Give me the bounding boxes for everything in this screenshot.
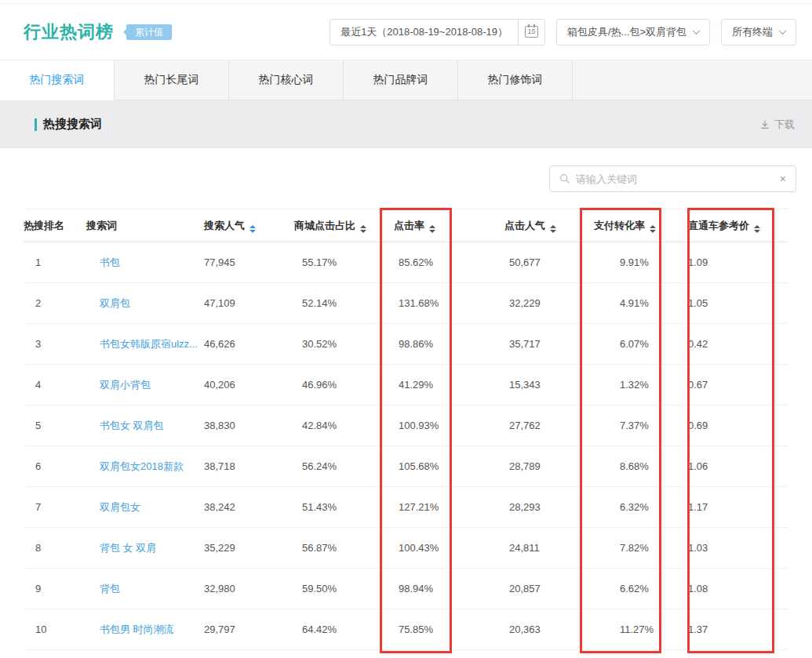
chevron-down-icon <box>779 27 787 35</box>
mall-click-ratio-cell: 64.42% <box>294 609 394 650</box>
tab-2[interactable]: 热门长尾词 <box>115 60 229 100</box>
mall-click-ratio-cell: 30.52% <box>294 324 394 365</box>
tab-label: 热门修饰词 <box>488 73 543 87</box>
sort-arrows-icon[interactable] <box>754 225 760 233</box>
mall-click-ratio-cell: 51.43% <box>294 487 394 528</box>
clear-search-icon[interactable]: × <box>780 173 786 184</box>
column-header-label: 热搜排名 <box>24 220 64 231</box>
search-popularity-cell: 47,109 <box>204 283 294 324</box>
tab-1[interactable]: 热门搜索词 <box>0 60 115 100</box>
chevron-down-icon <box>693 27 701 35</box>
click-rate-cell: 98.86% <box>394 324 504 365</box>
table-row: 10书包男 时尚潮流29,79764.42%75.85%20,36311.27%… <box>24 609 788 650</box>
table-row: 2双肩包47,10952.14%131.68%32,2294.91%1.05 <box>24 283 788 324</box>
column-header-4[interactable]: 商城点击占比 <box>294 209 394 242</box>
keyword-link[interactable]: 双肩小背包 <box>100 379 151 391</box>
keyword-cell: 书包男 时尚潮流 <box>86 609 204 650</box>
click-rate-cell: 98.94% <box>394 569 504 609</box>
column-header-7[interactable]: 支付转化率 <box>594 209 688 242</box>
category-dropdown[interactable]: 箱包皮具/热...包>双肩背包 <box>556 19 710 45</box>
column-header-label: 搜索人气 <box>204 220 245 231</box>
pay-conversion-cell: 7.82% <box>594 528 688 569</box>
date-range-label[interactable]: 最近1天（2018-08-19~2018-08-19） <box>330 20 519 45</box>
column-header-label: 商城点击占比 <box>294 220 355 231</box>
keyword-cell: 书包 <box>86 242 204 283</box>
terminal-dropdown[interactable]: 所有终端 <box>721 19 796 45</box>
keyword-link[interactable]: 书包女 双肩包 <box>100 420 164 431</box>
sort-arrows-icon[interactable] <box>249 225 256 233</box>
tab-label: 热门核心词 <box>259 73 314 87</box>
rank-cell: 8 <box>24 528 86 569</box>
table-row: 8背包 女 双肩35,22956.87%100.43%24,8117.82%1.… <box>24 528 788 569</box>
keyword-link[interactable]: 书包 <box>100 256 120 268</box>
mall-click-ratio-cell: 52.14% <box>294 283 394 324</box>
sort-arrows-icon[interactable] <box>429 225 435 233</box>
tab-label: 热门品牌词 <box>373 73 428 87</box>
keyword-link[interactable]: 书包女韩版原宿ulzz... <box>100 338 198 350</box>
rank-cell: 9 <box>24 569 86 609</box>
pay-conversion-cell: 6.62% <box>594 569 688 609</box>
column-header-2: 搜索词 <box>86 209 204 242</box>
table-row: 9背包32,98059.50%98.94%20,8576.62%1.08 <box>24 569 788 609</box>
click-rate-cell: 105.68% <box>394 446 504 487</box>
keyword-link[interactable]: 双肩包 <box>100 297 130 309</box>
rank-cell: 1 <box>24 242 86 283</box>
column-header-5[interactable]: 点击率 <box>394 209 504 242</box>
calendar-button[interactable]: 15 <box>519 20 544 45</box>
click-rate-cell: 75.85% <box>394 609 504 650</box>
search-input[interactable] <box>576 173 774 185</box>
click-popularity-cell: 28,293 <box>504 487 594 528</box>
section-strip: 热搜搜索词 下载 <box>0 100 812 148</box>
column-header-6[interactable]: 点击人气 <box>504 209 594 242</box>
search-popularity-cell: 32,980 <box>204 569 294 609</box>
column-header-label: 直通车参考价 <box>688 220 749 231</box>
click-popularity-cell: 20,363 <box>504 609 594 650</box>
tab-5[interactable]: 热门修饰词 <box>458 60 573 100</box>
ztc-ref-price-cell: 1.05 <box>688 283 788 324</box>
date-range-picker[interactable]: 最近1天（2018-08-19~2018-08-19） 15 <box>330 19 545 45</box>
click-popularity-cell: 20,857 <box>504 569 594 609</box>
mall-click-ratio-cell: 59.50% <box>294 569 394 609</box>
tab-label: 热门长尾词 <box>144 73 199 87</box>
tab-bar-filler <box>573 60 812 100</box>
download-button[interactable]: 下载 <box>759 118 795 132</box>
search-icon <box>559 173 570 184</box>
search-popularity-cell: 35,229 <box>204 528 294 569</box>
pay-conversion-cell: 4.91% <box>594 283 688 324</box>
column-header-label: 支付转化率 <box>594 220 645 231</box>
category-dropdown-label: 箱包皮具/热...包>双肩背包 <box>567 25 686 39</box>
keyword-cell: 双肩包 <box>86 283 204 324</box>
hot-keywords-table: 热搜排名搜索词搜索人气商城点击占比点击率点击人气支付转化率直通车参考价 1书包7… <box>24 209 788 650</box>
tab-3[interactable]: 热门核心词 <box>229 60 344 100</box>
keyword-cell: 背包 女 双肩 <box>86 528 204 569</box>
click-rate-cell: 131.68% <box>394 283 504 324</box>
table-body: 1书包77,94555.17%85.62%50,6779.91%1.092双肩包… <box>24 242 788 650</box>
keyword-link[interactable]: 书包男 时尚潮流 <box>100 623 174 635</box>
mall-click-ratio-cell: 55.17% <box>294 242 394 283</box>
keyword-link[interactable]: 双肩包女 <box>100 501 140 513</box>
pay-conversion-cell: 11.27% <box>594 609 688 650</box>
keyword-cell: 背包 <box>86 569 204 609</box>
rank-cell: 2 <box>24 283 86 324</box>
sort-arrows-icon[interactable] <box>550 225 556 233</box>
column-header-8[interactable]: 直通车参考价 <box>688 209 788 242</box>
table-row: 4双肩小背包40,20646.96%41.29%15,3431.32%0.67 <box>24 365 788 405</box>
ztc-ref-price-cell: 1.09 <box>688 242 788 283</box>
ztc-ref-price-cell: 1.03 <box>688 528 788 569</box>
rank-cell: 10 <box>24 609 86 650</box>
mall-click-ratio-cell: 56.24% <box>294 446 394 487</box>
sort-arrows-icon[interactable] <box>650 225 656 233</box>
keyword-link[interactable]: 背包 女 双肩 <box>100 542 156 554</box>
keyword-link[interactable]: 双肩包女2018新款 <box>100 460 184 472</box>
keyword-search-box[interactable]: × <box>549 165 796 192</box>
ztc-ref-price-cell: 1.08 <box>688 569 788 609</box>
download-label: 下载 <box>774 118 795 132</box>
pay-conversion-cell: 9.91% <box>594 242 688 283</box>
rank-cell: 7 <box>24 487 86 528</box>
click-rate-cell: 127.21% <box>394 487 504 528</box>
column-header-3[interactable]: 搜索人气 <box>204 209 294 242</box>
keyword-link[interactable]: 背包 <box>100 583 120 594</box>
sort-arrows-icon[interactable] <box>360 225 366 233</box>
pay-conversion-cell: 8.68% <box>594 446 688 487</box>
tab-4[interactable]: 热门品牌词 <box>344 60 458 100</box>
